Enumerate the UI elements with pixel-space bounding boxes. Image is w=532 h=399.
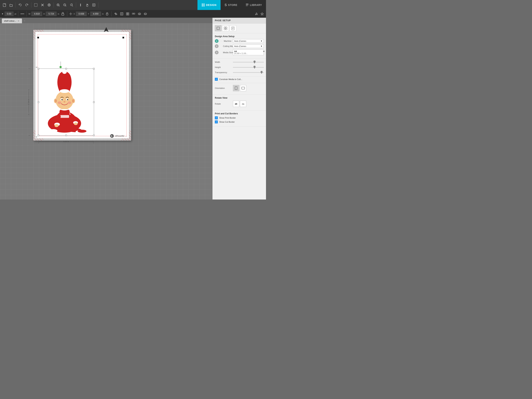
rotate-flip-button[interactable]: ab bbox=[240, 101, 246, 107]
rotation-value-input[interactable]: 0.00 bbox=[5, 12, 13, 16]
svg-point-36 bbox=[121, 13, 122, 14]
width-field-label: Width bbox=[215, 61, 231, 63]
handle-tr[interactable] bbox=[93, 68, 95, 70]
move-button[interactable] bbox=[78, 2, 83, 8]
unit-label: in bbox=[58, 13, 59, 15]
zoom-out-button[interactable] bbox=[62, 2, 68, 8]
svg-point-78 bbox=[60, 89, 69, 93]
width-annotation: ◁ 4.919 in ▷ bbox=[38, 140, 94, 142]
sep-m4 bbox=[111, 11, 112, 16]
print-cut-title: Print and Cut Borders bbox=[215, 112, 264, 115]
nav-tab-design[interactable]: DESIGN bbox=[197, 0, 221, 10]
move-crosshair-icon bbox=[69, 12, 72, 16]
constrain-checkbox[interactable]: ✓ bbox=[215, 78, 218, 81]
svg-rect-41 bbox=[132, 13, 133, 14]
height-field-label: Height bbox=[215, 66, 231, 68]
machine-dropdown[interactable]: Auto (Cameo ▼ bbox=[233, 39, 264, 43]
handle-tm[interactable] bbox=[65, 68, 67, 70]
transparency-slider-thumb[interactable] bbox=[260, 71, 263, 74]
align-button[interactable] bbox=[114, 12, 118, 16]
delete-button[interactable] bbox=[39, 2, 45, 8]
width-input[interactable]: 4.919 bbox=[32, 12, 42, 16]
rotation-dropdown[interactable]: ▼ bbox=[1, 13, 4, 15]
zoom-in-button[interactable] bbox=[55, 2, 61, 8]
svg-point-77 bbox=[62, 70, 67, 74]
design-area-section: Design Area Setup 1 Machine Auto (Cameo … bbox=[213, 33, 266, 59]
svg-marker-47 bbox=[261, 13, 263, 15]
sep3 bbox=[54, 2, 54, 7]
print-cut-section: Print and Cut Borders ✓ Show Print Borde… bbox=[213, 110, 266, 127]
nav-tab-store-icon: S bbox=[225, 3, 227, 7]
media-size-dropdown-arrow: ▼ bbox=[263, 50, 265, 52]
cutting-mat-dropdown[interactable]: Auto (Cameo ▼ bbox=[233, 44, 264, 48]
pan-button[interactable] bbox=[84, 2, 90, 8]
star-favorites-button[interactable] bbox=[260, 12, 265, 16]
handle-bl[interactable] bbox=[38, 135, 39, 136]
undo-button[interactable] bbox=[17, 2, 23, 8]
select-all-button[interactable] bbox=[33, 2, 39, 8]
canvas-tab-1[interactable]: shelf colour... ✕ bbox=[2, 19, 22, 23]
tab-bar: shelf colour... ✕ + bbox=[0, 18, 27, 23]
landscape-button[interactable] bbox=[240, 85, 246, 91]
view-icons-row bbox=[213, 24, 266, 33]
rotate-buttons: ab ab bbox=[233, 101, 246, 107]
svg-rect-31 bbox=[106, 14, 108, 15]
fill-color-button[interactable] bbox=[254, 12, 259, 16]
right-panel: ▲ PAGE SETUP Design Area Setup 1 Machine bbox=[212, 18, 266, 200]
handle-tl[interactable] bbox=[38, 68, 39, 70]
lock-proportion-button[interactable] bbox=[60, 12, 65, 16]
show-print-border-row: ✓ Show Print Border bbox=[215, 116, 264, 119]
transparency-slider[interactable] bbox=[233, 70, 264, 74]
transform-button[interactable] bbox=[119, 12, 124, 16]
ungroup-button[interactable] bbox=[131, 12, 136, 16]
width-slider-thumb[interactable] bbox=[253, 61, 256, 63]
canvas-area[interactable]: ↻ ↻ ◁ 4.919 in ▷ ▽ 5.72 bbox=[0, 23, 212, 200]
tab-close-button[interactable]: ✕ bbox=[17, 19, 20, 22]
distort-button[interactable] bbox=[46, 2, 52, 8]
open-button[interactable] bbox=[8, 2, 14, 8]
group-button[interactable] bbox=[125, 12, 130, 16]
y-input[interactable]: 4.059 bbox=[90, 12, 101, 16]
rotate-text-button[interactable]: ab bbox=[233, 101, 239, 107]
portrait-button[interactable] bbox=[233, 85, 239, 91]
nav-tab-store[interactable]: S STORE bbox=[221, 0, 241, 10]
selection-corner-square bbox=[37, 37, 39, 38]
svg-rect-24 bbox=[246, 4, 248, 4]
handle-ml[interactable] bbox=[38, 101, 39, 103]
width-slider[interactable] bbox=[233, 60, 264, 64]
x-label: X bbox=[74, 13, 75, 15]
lock-position-button[interactable] bbox=[105, 12, 109, 16]
svg-rect-37 bbox=[126, 13, 127, 14]
handle-mr[interactable] bbox=[93, 101, 95, 103]
media-size-dropdown[interactable]: A4 (8.268 x 11.69... ▼ bbox=[233, 50, 264, 55]
new-button[interactable] bbox=[1, 2, 7, 8]
height-slider[interactable] bbox=[233, 65, 264, 69]
rotation-unit-label: pt bbox=[15, 13, 16, 15]
subtract-button[interactable] bbox=[143, 12, 148, 16]
svg-text:S: S bbox=[111, 135, 113, 137]
show-cut-border-label: Show Cut Border bbox=[219, 121, 235, 123]
height-slider-thumb[interactable] bbox=[253, 66, 256, 69]
combine-button[interactable] bbox=[137, 12, 142, 16]
svg-rect-38 bbox=[128, 13, 129, 14]
svg-rect-40 bbox=[128, 14, 129, 15]
insert-button[interactable] bbox=[91, 2, 97, 8]
handle-bm[interactable] bbox=[65, 135, 67, 136]
rotate-handle[interactable] bbox=[59, 62, 62, 68]
sep2 bbox=[31, 2, 32, 7]
handle-br[interactable] bbox=[93, 135, 95, 136]
height-input[interactable]: 5.724 bbox=[46, 12, 57, 16]
svg-line-12 bbox=[65, 6, 66, 6]
zoom-fit-button[interactable] bbox=[69, 2, 75, 8]
panel-collapse-button[interactable]: ▲ bbox=[212, 18, 213, 25]
x-input[interactable]: 0.938 bbox=[76, 12, 87, 16]
view-preview-button[interactable] bbox=[230, 25, 236, 31]
view-single-button[interactable] bbox=[215, 25, 222, 31]
view-grid-button[interactable] bbox=[222, 25, 229, 31]
redo-button[interactable] bbox=[24, 2, 30, 8]
nav-tab-library[interactable]: LIBRARY bbox=[241, 0, 266, 10]
add-tab-button[interactable]: + bbox=[22, 19, 27, 23]
show-cut-border-checkbox[interactable]: ✓ bbox=[215, 120, 218, 123]
show-print-border-checkbox[interactable]: ✓ bbox=[215, 116, 218, 119]
show-print-border-label: Show Print Border bbox=[219, 117, 236, 119]
